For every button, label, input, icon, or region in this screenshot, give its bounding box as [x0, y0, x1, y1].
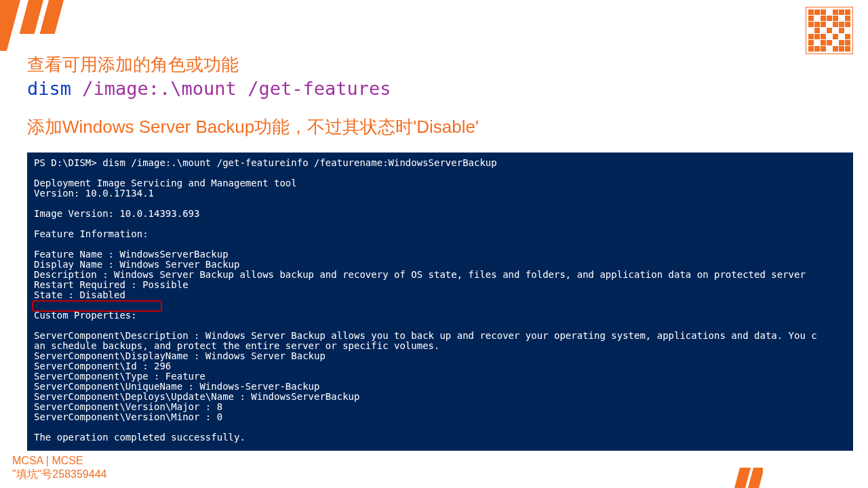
- footer-cert-line: MCSA | MCSE: [12, 454, 106, 468]
- orange-bar-icon: [20, 0, 43, 34]
- cmd-flag: /get-features: [237, 78, 391, 99]
- command-example: dism /image:.\mount /get-features: [27, 78, 853, 99]
- terminal-feature-info-header: Feature Information:: [34, 228, 149, 239]
- terminal-custom-props: Custom Properties:: [34, 310, 137, 321]
- terminal-state: State : Disabled: [34, 289, 125, 300]
- powershell-terminal: PS D:\DISM> dism /image:.\mount /get-fea…: [27, 152, 853, 451]
- terminal-sc-major: ServerComponent\Version\Major : 8: [34, 401, 222, 412]
- terminal-sc-display: ServerComponent\DisplayName : Windows Se…: [34, 350, 326, 361]
- footer: MCSA | MCSE "填坑"号258359444: [12, 454, 106, 481]
- terminal-tool-version: Version: 10.0.17134.1: [34, 188, 154, 199]
- orange-bar-icon: [0, 0, 20, 51]
- terminal-sc-desc: ServerComponent\Description : Windows Se…: [34, 330, 817, 351]
- top-orange-decoration: [0, 0, 75, 51]
- heading-view-roles: 查看可用添加的角色或功能: [27, 53, 853, 77]
- qr-code-icon: [806, 7, 853, 54]
- terminal-tool-name: Deployment Image Servicing and Managemen…: [34, 178, 297, 188]
- cmd-image-arg: /image:.\mount: [71, 78, 237, 99]
- terminal-prompt-line: PS D:\DISM> dism /image:.\mount /get-fea…: [34, 157, 497, 168]
- terminal-description: Description : Windows Server Backup allo…: [34, 269, 806, 280]
- main-content: 查看可用添加的角色或功能 dism /image:.\mount /get-fe…: [27, 53, 853, 451]
- terminal-sc-id: ServerComponent\Id : 296: [34, 361, 171, 371]
- footer-group-line: "填坑"号258359444: [12, 468, 106, 481]
- heading-add-backup: 添加Windows Server Backup功能，不过其状态时'Disable…: [27, 115, 853, 139]
- terminal-feature-name: Feature Name : WindowsServerBackup: [34, 249, 229, 260]
- terminal-image-version: Image Version: 10.0.14393.693: [34, 208, 199, 219]
- terminal-sc-type: ServerComponent\Type : Feature: [34, 371, 205, 382]
- terminal-sc-unique: ServerComponent\UniqueName : Windows-Ser…: [34, 381, 319, 392]
- terminal-restart: Restart Required : Possible: [34, 279, 189, 290]
- terminal-display-name: Display Name : Windows Server Backup: [34, 259, 239, 270]
- terminal-sc-deploys: ServerComponent\Deploys\Update\Name : Wi…: [34, 391, 359, 402]
- orange-bar-icon: [40, 0, 64, 34]
- cmd-dism: dism: [27, 78, 71, 99]
- bottom-orange-decoration: [734, 464, 763, 488]
- terminal-success: The operation completed successfully.: [34, 432, 245, 443]
- orange-bar-icon: [748, 468, 763, 488]
- terminal-sc-minor: ServerComponent\Version\Minor : 0: [34, 411, 222, 422]
